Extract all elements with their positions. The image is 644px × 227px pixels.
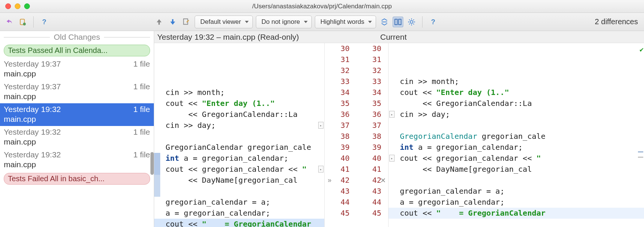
fold-icon[interactable]: ▸ — [389, 111, 395, 118]
code-line: << GregorianCalendar::La — [154, 109, 324, 120]
line-number: 40 — [325, 153, 350, 164]
code-line: cout << "Enter day (1.." — [389, 87, 644, 98]
tests-failed-pill[interactable]: Tests Failed All in basic_ch... — [4, 173, 150, 185]
sidebar-scrollbar[interactable] — [150, 152, 154, 175]
changes-list: Yesterday 19:371 filemain.cppYesterday 1… — [0, 58, 154, 171]
diff-count-label: 2 differences — [595, 17, 638, 26]
tests-passed-pill[interactable]: Tests Passed All in Calenda... — [4, 45, 150, 56]
close-window-button[interactable] — [5, 3, 11, 9]
code-line — [389, 219, 644, 227]
left-pane-header: Yesterday 19:32 – main.cpp (Read-only) — [154, 33, 377, 42]
line-number: 44 — [356, 197, 381, 208]
code-line: a = gregorian_calendar; — [389, 197, 644, 208]
code-line: << DayName[gregorian_cal — [154, 175, 324, 186]
viewer-dropdown[interactable]: Default viewer — [195, 16, 253, 28]
left-code-pane[interactable]: cin >> month;cout << "Enter day (1.." <<… — [154, 43, 324, 227]
svg-text:?: ? — [431, 18, 435, 26]
code-line: cout << "Enter day (1.." — [154, 98, 324, 109]
sidebar-header: Old Changes — [0, 31, 154, 43]
line-number: 30 — [325, 43, 350, 54]
change-file-count: 1 file — [133, 82, 150, 91]
ignore-dropdown[interactable]: Do not ignore — [256, 16, 312, 28]
gear-icon — [407, 18, 416, 26]
content: Old Changes Tests Passed All in Calenda.… — [0, 31, 644, 227]
line-number: 39 — [325, 142, 350, 153]
line-number: 41 — [356, 164, 381, 175]
right-line-numbers: 30313233343536373839404142434445 — [356, 43, 388, 227]
svg-point-7 — [410, 20, 413, 23]
code-line: int a = gregorian_calendar; — [154, 153, 324, 164]
change-item[interactable]: Yesterday 19:321 filemain.cpp — [0, 149, 154, 171]
line-number: 38 — [356, 131, 381, 142]
viewer-dropdown-label: Default viewer — [200, 18, 241, 26]
line-number: 40 — [356, 153, 381, 164]
minimize-window-button[interactable] — [15, 3, 20, 9]
edit-source-button[interactable] — [181, 17, 192, 27]
line-number: 45 — [356, 208, 381, 219]
line-number: 38 — [325, 131, 350, 142]
code-line: cout << gregorian_calendar << "▸ — [389, 153, 644, 164]
line-number: 31 — [356, 54, 381, 65]
line-number: 36 — [325, 109, 350, 120]
settings-button[interactable] — [406, 17, 417, 27]
svg-rect-6 — [399, 19, 401, 25]
change-file-count: 1 file — [133, 59, 150, 68]
window-controls — [5, 3, 30, 9]
fold-icon[interactable]: ▸ — [318, 166, 324, 173]
line-number: 41 — [325, 164, 350, 175]
fold-icon[interactable]: ▸ — [318, 122, 324, 129]
check-icon: ✔ — [639, 44, 644, 55]
revert-button[interactable] — [17, 17, 28, 27]
next-diff-button[interactable] — [167, 17, 178, 27]
code-line: GregorianCalendar gregorian_cale — [389, 131, 644, 142]
svg-point-1 — [23, 22, 26, 25]
change-time: Yesterday 19:32 — [4, 105, 61, 114]
line-number: 32 — [325, 65, 350, 76]
change-item[interactable]: Yesterday 19:321 filemain.cpp — [0, 126, 154, 149]
arrow-down-icon — [169, 18, 177, 26]
line-number: 42 — [356, 175, 381, 186]
change-file-count: 1 file — [133, 105, 150, 114]
line-number: 45 — [325, 208, 350, 219]
code-line — [389, 120, 644, 131]
line-number: 34 — [325, 87, 350, 98]
line-number: 35 — [356, 98, 381, 109]
code-line: GregorianCalendar gregorian_cale — [154, 142, 324, 153]
sync-scroll-icon — [394, 18, 402, 26]
help-button[interactable]: ? — [39, 17, 50, 27]
line-number: 34 — [356, 87, 381, 98]
line-number: 36 — [356, 109, 381, 120]
help-button-2[interactable]: ? — [428, 17, 438, 27]
separator — [422, 16, 423, 28]
sync-scroll-button[interactable] — [393, 17, 403, 27]
ignore-dropdown-label: Do not ignore — [262, 18, 300, 26]
separator — [33, 16, 34, 28]
toolbar: ? Default viewer Do not ignore Highlight… — [0, 13, 644, 31]
code-line: << DayName[gregorian_cal — [389, 164, 644, 175]
revert-icon — [19, 18, 27, 26]
change-file-name: main.cpp — [4, 115, 150, 124]
change-item[interactable]: Yesterday 19:371 filemain.cpp — [0, 81, 154, 103]
prev-diff-button[interactable] — [154, 17, 164, 27]
line-number: 32 — [356, 65, 381, 76]
right-pane-header: Current — [377, 33, 407, 42]
zoom-window-button[interactable] — [24, 3, 30, 9]
diff-viewer: Yesterday 19:32 – main.cpp (Read-only) C… — [154, 31, 644, 227]
insert-arrow-icon[interactable]: » — [328, 176, 331, 184]
code-line: int a = gregorian_calendar; — [389, 142, 644, 153]
collapse-unchanged-button[interactable] — [379, 17, 390, 27]
highlight-dropdown[interactable]: Highlight words — [315, 16, 376, 28]
code-line: gregorian_calendar = a; — [154, 197, 324, 208]
help-icon: ? — [429, 18, 437, 26]
right-code-pane[interactable]: ✔ cin >> month;cout << "Enter day (1.." … — [389, 43, 644, 227]
undo-button[interactable] — [4, 17, 14, 27]
fold-icon[interactable]: ▸ — [389, 155, 395, 162]
change-time: Yesterday 19:37 — [4, 59, 61, 68]
window-title: /Users/anastasiakazakova/prj/Calendar/ma… — [252, 3, 392, 10]
code-line — [389, 175, 644, 186]
svg-rect-4 — [382, 22, 387, 22]
change-item[interactable]: Yesterday 19:371 filemain.cpp — [0, 58, 154, 81]
change-time: Yesterday 19:37 — [4, 82, 61, 91]
change-item[interactable]: Yesterday 19:321 filemain.cpp — [0, 103, 154, 126]
remove-x-icon[interactable]: ✕ — [380, 176, 386, 185]
